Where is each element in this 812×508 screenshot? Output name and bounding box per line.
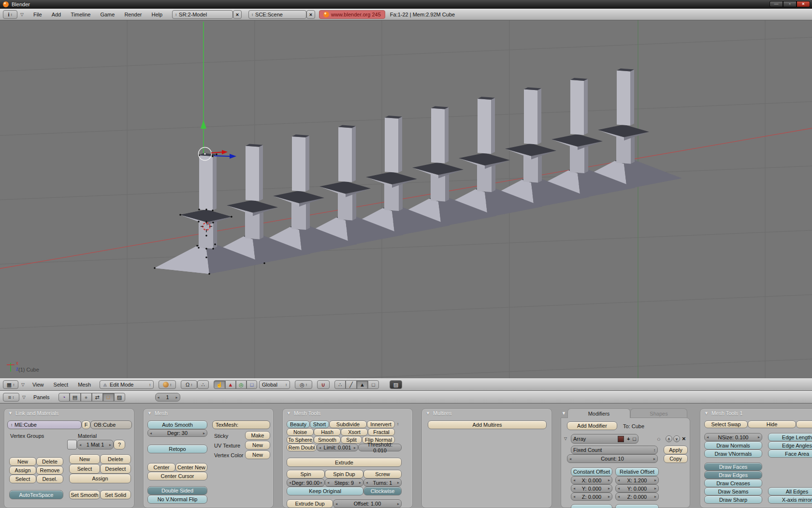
tab-modifiers[interactable]: Modifiers — [567, 408, 630, 418]
vertex-select-button[interactable]: ∴ — [334, 380, 346, 389]
copy-modifier-button[interactable]: Copy — [664, 454, 688, 463]
const-y-field[interactable]: ◂ Y: 0.000 ▸ — [571, 484, 612, 493]
increment-arrow-icon[interactable]: ▸ — [608, 478, 610, 482]
count-field[interactable]: ◂ Count: 10 ▸ — [567, 454, 658, 463]
hide-button[interactable]: Hide — [748, 420, 796, 428]
increment-arrow-icon[interactable]: ▸ — [758, 435, 760, 439]
extrude-dup-button[interactable]: Extrude Dup — [287, 499, 333, 508]
menu-collapse-icon[interactable]: ▽ — [17, 12, 27, 17]
edge-angles-toggle[interactable]: Edge Angles — [768, 441, 812, 449]
material-deselect-button[interactable]: Deselect — [100, 464, 131, 474]
menu-select[interactable]: Select — [49, 382, 73, 388]
editor-type-button[interactable]: i ↕ — [3, 10, 17, 19]
menu-collapse-icon[interactable]: ▽ — [18, 382, 28, 387]
set-solid-button[interactable]: Set Solid — [100, 490, 131, 499]
manipulator-toggle-button[interactable]: ☝ — [214, 380, 225, 389]
sticky-make-button[interactable]: Make — [245, 431, 270, 440]
menu-view[interactable]: View — [28, 382, 49, 388]
menu-collapse-icon[interactable]: ▽ — [19, 395, 29, 400]
render-toggle-icon[interactable] — [618, 436, 624, 442]
subdivide-button[interactable]: Subdivide — [329, 420, 367, 428]
draw-vnormals-toggle[interactable]: Draw VNormals — [704, 449, 762, 458]
center-new-button[interactable]: Center New — [175, 463, 207, 472]
editor-type-button[interactable]: ≡ ↕ — [3, 393, 19, 402]
limit-field[interactable]: ◂ Limit: 0.001 ▸ — [317, 444, 358, 451]
panel-collapse-icon[interactable]: ▼ — [562, 411, 566, 416]
add-modifier-button[interactable]: Add Modifier — [567, 421, 617, 430]
draw-seams-toggle[interactable]: Draw Seams — [704, 487, 762, 495]
center-button[interactable]: Center — [147, 463, 175, 472]
panel-header[interactable]: ▼ Link and Materials — [8, 410, 58, 416]
restore-button[interactable]: ▫ — [783, 1, 797, 7]
menu-file[interactable]: File — [29, 12, 47, 17]
modifier-collapse-icon[interactable]: ▽ — [564, 436, 567, 441]
const-z-field[interactable]: ◂ Z: 0.000 ▸ — [571, 493, 612, 501]
fractal-button[interactable]: Fractal — [368, 428, 395, 436]
degr-field[interactable]: ◂ Degr: 30 ▸ — [147, 429, 207, 437]
translate-manipulator-button[interactable]: ▲ — [225, 380, 236, 389]
close-button[interactable]: × — [797, 1, 810, 7]
increment-arrow-icon[interactable]: ▸ — [608, 486, 610, 491]
menu-help[interactable]: Help — [146, 12, 167, 17]
object-context-button[interactable]: ⇄ — [92, 393, 103, 402]
3d-viewport[interactable]: x z (1) Cube — [0, 20, 812, 378]
realtime-toggle-icon[interactable]: + — [627, 436, 630, 442]
increment-arrow-icon[interactable]: ▸ — [203, 431, 205, 435]
offset-field[interactable]: ◂ Offset: 1.00 ▸ — [333, 499, 402, 508]
increment-arrow-icon[interactable]: ▸ — [359, 480, 361, 485]
increment-arrow-icon[interactable]: ▸ — [176, 395, 178, 400]
fake-user-button[interactable]: F — [82, 420, 90, 429]
material-new-button[interactable]: New — [69, 454, 100, 464]
const-x-field[interactable]: ◂ X: 0.000 ▸ — [571, 476, 612, 484]
menu-mesh[interactable]: Mesh — [73, 382, 96, 388]
vgroup-deselect-button[interactable]: Desel. — [36, 475, 63, 483]
pivot-dropdown[interactable]: ◎ ↕ — [295, 380, 312, 389]
clipped-toggle[interactable] — [571, 504, 612, 508]
nsize-field[interactable]: ◂ NSize: 0.100 ▸ — [704, 433, 762, 441]
increment-arrow-icon[interactable]: ▸ — [320, 480, 322, 485]
add-multires-button[interactable]: Add Multires — [428, 420, 547, 429]
smooth-button[interactable]: Smooth — [314, 436, 341, 444]
scene-context-button[interactable]: ▨ — [114, 393, 125, 402]
vgroup-remove-button[interactable]: Remove — [36, 466, 63, 475]
delete-modifier-icon[interactable]: × — [682, 435, 686, 442]
steps-field[interactable]: ◂ Steps: 9 ▸ — [325, 478, 363, 487]
edge-length-toggle[interactable]: Edge Length — [768, 433, 812, 441]
auto-smooth-toggle[interactable]: Auto Smooth — [147, 420, 207, 429]
short-toggle[interactable]: Short — [310, 420, 329, 428]
reveal-button[interactable]: Reveal — [796, 420, 812, 428]
modifier-name-field[interactable]: Array + □ — [571, 434, 638, 444]
logic-context-button[interactable]: ◔ — [58, 393, 70, 402]
vgroup-new-button[interactable]: New — [9, 457, 36, 466]
double-sided-toggle[interactable]: Double Sided — [147, 486, 207, 495]
spin-button[interactable]: Spin — [287, 470, 325, 478]
panel-header[interactable]: ▼ Mesh — [147, 410, 168, 416]
editmode-toggle-icon[interactable]: □ — [633, 436, 636, 442]
increment-arrow-icon[interactable]: ▸ — [654, 486, 656, 491]
noise-button[interactable]: Noise — [287, 428, 314, 436]
increment-arrow-icon[interactable]: ▸ — [354, 446, 356, 450]
increment-arrow-icon[interactable]: ▸ — [397, 502, 399, 506]
vgroup-assign-button[interactable]: Assign — [9, 466, 36, 475]
screen-delete-button[interactable]: × — [233, 10, 242, 19]
vgroup-select-button[interactable]: Select — [9, 475, 36, 483]
uv-texture-new-button[interactable]: New — [245, 441, 270, 449]
material-delete-button[interactable]: Delete — [100, 454, 131, 464]
increment-arrow-icon[interactable]: ▸ — [653, 457, 655, 461]
increment-arrow-icon[interactable]: ▸ — [654, 494, 656, 499]
select-swap-button[interactable]: Select Swap — [704, 420, 748, 428]
script-context-button[interactable]: ▤ — [70, 393, 81, 402]
material-select-button[interactable]: Select — [69, 464, 100, 474]
screw-button[interactable]: Screw — [363, 470, 402, 478]
all-edges-toggle[interactable]: All Edges — [768, 487, 812, 495]
draw-mode-dropdown[interactable]: ↕ — [159, 380, 176, 389]
relative-offset-toggle[interactable]: Relative Offset — [615, 467, 659, 476]
draw-creases-toggle[interactable]: Draw Creases — [704, 479, 762, 487]
material-slot-field[interactable]: ◂ 1 Mat 1 ▸ — [77, 440, 114, 449]
vgroup-delete-button[interactable]: Delete — [36, 457, 63, 466]
blender-version-badge[interactable]: www.blender.org 245 — [319, 10, 385, 19]
panel-header[interactable]: ▼ Mesh Tools — [287, 410, 320, 416]
clockwise-toggle[interactable]: Clockwise — [363, 487, 402, 495]
material-color-swatch[interactable] — [67, 440, 77, 449]
scale-manipulator-button[interactable]: □ — [246, 380, 257, 389]
